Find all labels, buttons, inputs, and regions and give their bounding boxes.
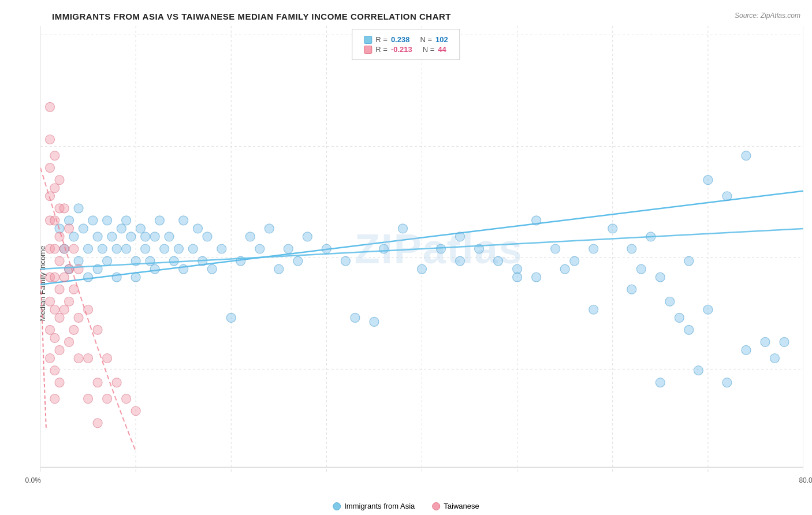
chart-plot-area: ZIPatlas xyxy=(40,26,803,472)
bottom-legend-pink-circle xyxy=(432,502,440,510)
legend-pink-square xyxy=(364,46,372,54)
legend-pink-r-value: -0.213 xyxy=(391,45,412,54)
chart-title: IMMIGRANTS FROM ASIA VS TAIWANESE MEDIAN… xyxy=(46,12,800,21)
svg-line-14 xyxy=(40,191,803,285)
x-tick-0: 0.0% xyxy=(25,476,41,484)
legend-blue-n-value: 102 xyxy=(435,35,448,44)
chart-container: IMMIGRANTS FROM ASIA VS TAIWANESE MEDIAN… xyxy=(0,0,812,515)
legend-blue-n-label: N = xyxy=(420,35,432,44)
legend-blue-square xyxy=(364,36,372,44)
legend-pink-n-label: N = xyxy=(423,45,435,54)
x-tick-80: 80.0% xyxy=(799,476,812,484)
bottom-legend-blue: Immigrants from Asia xyxy=(333,502,415,510)
legend-row-pink: R = -0.213 N = 44 xyxy=(364,45,448,54)
bottom-legend-blue-label: Immigrants from Asia xyxy=(344,502,415,510)
legend-blue-r-label: R = xyxy=(375,35,388,44)
legend-row-blue: R = 0.238 N = 102 xyxy=(364,35,448,44)
legend-pink-r-label: R = xyxy=(375,45,388,54)
bottom-legend-pink-label: Taiwanese xyxy=(444,502,479,510)
legend-box: R = 0.238 N = 102 R = -0.213 N = 44 xyxy=(352,29,460,60)
bottom-legend: Immigrants from Asia Taiwanese xyxy=(333,502,479,510)
legend-blue-r-value: 0.238 xyxy=(391,35,410,44)
bottom-legend-pink: Taiwanese xyxy=(432,502,479,510)
chart-svg xyxy=(40,26,803,472)
bottom-legend-blue-circle xyxy=(333,502,341,510)
legend-pink-n-value: 44 xyxy=(438,45,446,54)
source-label: Source: ZipAtlas.com xyxy=(735,12,800,20)
